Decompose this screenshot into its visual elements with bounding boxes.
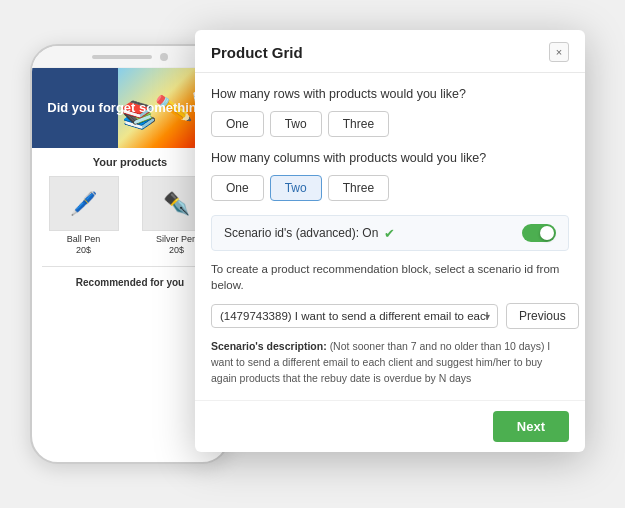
scenario-check-icon: ✔ <box>384 226 395 241</box>
scenario-select[interactable]: (1479743389) I want to send a different … <box>211 304 498 328</box>
product-grid-modal: Product Grid × How many rows with produc… <box>195 30 585 452</box>
toggle-thumb <box>540 226 554 240</box>
phone-dot <box>160 53 168 61</box>
scenario-label: Scenario id's (advanced): On ✔ <box>224 226 395 241</box>
phone-product-img-1: 🖊️ <box>49 176 119 231</box>
rows-question-label: How many rows with products would you li… <box>211 87 569 101</box>
cols-option-three[interactable]: Three <box>328 175 389 201</box>
previous-button[interactable]: Previous <box>506 303 579 329</box>
phone-divider <box>42 266 218 267</box>
rows-btn-group: One Two Three <box>211 111 569 137</box>
scenario-bar: Scenario id's (advanced): On ✔ <box>211 215 569 251</box>
modal-footer: Next <box>195 400 585 452</box>
cols-question-label: How many columns with products would you… <box>211 151 569 165</box>
scenario-select-desc: To create a product recommendation block… <box>211 261 569 293</box>
rows-option-three[interactable]: Three <box>328 111 389 137</box>
scenario-description: Scenario's description: (Not sooner than… <box>211 339 569 386</box>
phone-product-1: 🖊️ Ball Pen20$ <box>42 176 125 256</box>
scenario-dropdown-row: (1479743389) I want to send a different … <box>211 303 569 329</box>
cols-btn-group: One Two Three <box>211 175 569 201</box>
modal-body: How many rows with products would you li… <box>195 73 585 400</box>
cols-option-one[interactable]: One <box>211 175 264 201</box>
next-button[interactable]: Next <box>493 411 569 442</box>
rows-option-one[interactable]: One <box>211 111 264 137</box>
phone-hero-text: Did you forget something? <box>47 100 212 117</box>
scenario-bar-text: Scenario id's (advanced): On <box>224 226 378 240</box>
phone-notch-line <box>92 55 152 59</box>
modal-close-button[interactable]: × <box>549 42 569 62</box>
rows-option-two[interactable]: Two <box>270 111 322 137</box>
scene: Did you forget something? 📚✏️🗒️ Your pro… <box>0 0 625 508</box>
scenario-desc-label: Scenario's description: <box>211 340 327 352</box>
modal-title: Product Grid <box>211 44 303 61</box>
cols-option-two[interactable]: Two <box>270 175 322 201</box>
phone-product-name-1: Ball Pen20$ <box>42 234 125 256</box>
scenario-toggle[interactable] <box>522 224 556 242</box>
scenario-select-wrapper: (1479743389) I want to send a different … <box>211 304 498 328</box>
modal-header: Product Grid × <box>195 30 585 73</box>
